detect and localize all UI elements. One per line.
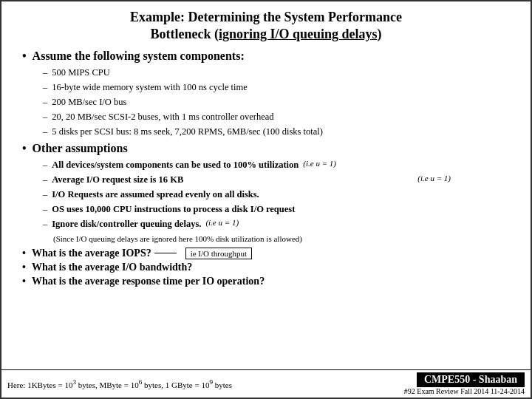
title-line1: Example: Determining the System Performa…: [15, 9, 517, 26]
list-item: 16-byte wide memory system with 100 ns c…: [43, 80, 517, 95]
question2-line: • What is the average I/O bandwidth?: [22, 262, 517, 273]
bullet2-dot: •: [22, 142, 27, 155]
questions-section: • What is the average IOPS? ie I/O throu…: [15, 248, 517, 287]
title-line2-underline: ignoring I/O queuing delays: [219, 27, 378, 41]
question3-line: • What is the average response time per …: [22, 276, 517, 287]
footer: Here: 1KBytes = 103 bytes, MByte = 106 b…: [1, 369, 531, 398]
list-item: 500 MIPS CPU: [43, 65, 517, 80]
question1-line: • What is the average IOPS? ie I/O throu…: [22, 248, 517, 259]
q1-dot: •: [22, 248, 26, 259]
arrow-line1: [154, 253, 177, 253]
footer-left: Here: 1KBytes = 103 bytes, MByte = 106 b…: [7, 378, 232, 389]
bullet2: • Other assumptions: [22, 142, 517, 155]
list-item: 20, 20 MB/sec SCSI-2 buses, with 1 ms co…: [43, 109, 517, 124]
slide-title: Example: Determining the System Performa…: [15, 9, 517, 44]
question3-text: What is the average response time per IO…: [32, 276, 265, 287]
page-info: #92 Exam Review Fall 2014 11-24-2014: [404, 387, 525, 395]
list-item: I/O Requests are assumed spread evenly o…: [43, 187, 517, 202]
footer-right: CMPE550 - Shaaban #92 Exam Review Fall 2…: [398, 372, 525, 395]
list-item: 5 disks per SCSI bus: 8 ms seek, 7,200 R…: [43, 124, 517, 139]
title-line2-prefix: Bottleneck (: [150, 27, 218, 41]
brand-box: CMPE550 - Shaaban: [417, 372, 525, 387]
bullet1-list: 500 MIPS CPU 16-byte wide memory system …: [43, 65, 517, 139]
list-item: Average I/O request size is 16 KB (i.e u…: [43, 172, 517, 187]
bullet2-label: Other assumptions: [33, 142, 128, 155]
list-item: Ignore disk/controller queuing delays. (…: [43, 216, 517, 231]
question2-text: What is the average I/O bandwidth?: [32, 262, 192, 273]
question1-text: What is the average IOPS?: [32, 248, 151, 259]
iops-badge: ie I/O throughput: [185, 248, 252, 259]
bullet2-list: All devices/system components can be use…: [43, 157, 517, 231]
title-line2-suffix: ): [378, 27, 382, 41]
list-item: All devices/system components can be use…: [43, 157, 517, 172]
bullet1-label: Assume the following system components:: [33, 50, 245, 63]
bullet1: • Assume the following system components…: [22, 50, 517, 63]
list-item: 200 MB/sec I/O bus: [43, 95, 517, 109]
list-item: OS uses 10,000 CPU instructions to proce…: [43, 202, 517, 216]
q3-dot: •: [22, 276, 26, 287]
title-line2: Bottleneck (ignoring I/O queuing delays): [15, 26, 517, 43]
bullet1-dot: •: [22, 50, 27, 63]
slide: Example: Determining the System Performa…: [0, 0, 532, 399]
since-note: (Since I/O queuing delays are ignored he…: [53, 234, 517, 243]
q2-dot: •: [22, 262, 26, 273]
